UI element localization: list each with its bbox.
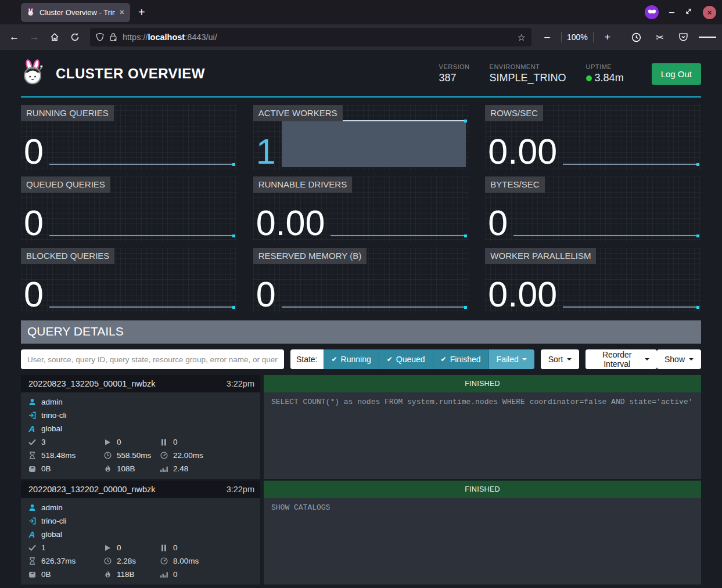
browser-tab[interactable]: Cluster Overview - Trino ×: [21, 3, 130, 22]
history-clock-icon[interactable]: [628, 28, 645, 46]
metric-blocked-queries: 0 BLOCKED QUERIES: [21, 248, 237, 313]
url-host: localhost: [148, 33, 185, 42]
check-icon: ✔: [387, 355, 393, 363]
home-icon[interactable]: [46, 28, 63, 46]
private-browsing-icon: [645, 5, 659, 19]
close-window-button[interactable]: ×: [703, 6, 716, 19]
metric-label: ACTIVE WORKERS: [253, 105, 343, 121]
metric-label: RUNNABLE DRIVERS: [253, 176, 353, 193]
pocket-icon[interactable]: [675, 28, 692, 46]
url-text[interactable]: https://localhost:8443/ui/: [123, 33, 217, 42]
state-filter-finished[interactable]: ✔Finished: [433, 349, 488, 369]
menu-hamburger-icon[interactable]: [699, 28, 716, 46]
query-row: 20220823_132202_00000_nwbzk 3:22pm FINIS…: [21, 481, 701, 585]
minimize-button[interactable]: –: [669, 7, 674, 17]
screenshot-scissors-icon[interactable]: ✂: [651, 28, 668, 46]
check-icon: ✔: [441, 355, 447, 363]
parallelism: 0: [173, 570, 178, 579]
metric-value: 0: [488, 207, 513, 239]
page-title: CLUSTER OVERVIEW: [56, 66, 205, 82]
environment-label: ENVIRONMENT: [490, 63, 566, 70]
caret-down-icon: [522, 358, 527, 360]
query-user: admin: [41, 503, 63, 512]
metric-runnable-drivers: 0.00 RUNNABLE DRIVERS: [253, 176, 469, 241]
restore-button[interactable]: [685, 7, 692, 17]
new-tab-button[interactable]: +: [138, 6, 145, 19]
metric-value: 0.00: [488, 135, 563, 168]
wall-time-hourglass-icon: [28, 557, 36, 565]
metric-label: QUEUED QUERIES: [21, 176, 110, 193]
shield-icon[interactable]: [96, 33, 104, 42]
current-memory: 0B: [41, 464, 51, 473]
query-row: 20220823_132205_00001_nwbzk 3:22pm FINIS…: [21, 375, 701, 479]
query-time: 3:22pm: [227, 379, 254, 388]
query-resource-group: global: [41, 424, 62, 433]
state-button-label: Running: [341, 355, 371, 364]
splits-queued-icon: [160, 439, 168, 446]
version-value: 387: [439, 72, 470, 84]
metric-bytes-sec: 0 BYTES/SEC: [485, 176, 701, 241]
forward-icon[interactable]: →: [26, 28, 43, 46]
reorder-interval-dropdown[interactable]: Reorder Interval: [585, 349, 657, 369]
query-time: 3:22pm: [227, 485, 254, 494]
metric-label: RUNNING QUERIES: [21, 105, 114, 121]
query-header: 20220823_132205_00001_nwbzk 3:22pm: [21, 375, 260, 392]
query-id-link[interactable]: 20220823_132202_00000_nwbzk: [28, 485, 156, 494]
resource-group-icon: A: [28, 424, 36, 434]
query-source: trino-cli: [41, 517, 67, 525]
uptime-label: UPTIME: [586, 63, 624, 70]
reload-icon[interactable]: [66, 28, 83, 46]
lock-warning-icon[interactable]: [109, 33, 117, 42]
state-filter-label: State:: [290, 349, 324, 369]
show-dropdown[interactable]: Show: [657, 349, 701, 369]
wall-time: 518.48ms: [41, 451, 76, 460]
zoom-level[interactable]: 100%: [567, 33, 588, 42]
user-icon: [28, 504, 36, 511]
cpu-gauge-icon: [160, 557, 168, 565]
query-search-input[interactable]: [21, 349, 284, 369]
environment-value: SIMPLE_TRINO: [490, 72, 566, 84]
metric-label: ROWS/SEC: [485, 105, 543, 121]
query-status-badge: FINISHED: [264, 375, 701, 392]
logout-button[interactable]: Log Out: [652, 63, 701, 85]
wall-time: 626.37ms: [41, 557, 76, 565]
reorder-label: Reorder Interval: [593, 350, 641, 369]
browser-toolbar: ← → https://localhost:8443/ui/ ☆ – 100% …: [0, 24, 722, 50]
zoom-out-icon[interactable]: –: [538, 28, 556, 46]
url-path: :8443/ui/: [185, 33, 217, 42]
cumulative-memory-flame-icon: [103, 465, 112, 472]
state-filter-queued[interactable]: ✔Queued: [379, 349, 433, 369]
query-status-badge: FINISHED: [264, 481, 701, 498]
parallelism: 2.48: [173, 464, 188, 473]
query-text: SHOW CATALOGS: [264, 498, 701, 585]
cpu-time: 8.00ms: [173, 557, 199, 565]
metric-rows-sec: 0.00 ROWS/SEC: [485, 105, 701, 170]
metric-running-queries: 0 RUNNING QUERIES: [21, 105, 237, 170]
sparkline: [49, 194, 235, 239]
sort-dropdown[interactable]: Sort: [541, 349, 580, 369]
cumulative-memory: 108B: [117, 464, 135, 473]
state-filter-running[interactable]: ✔Running: [324, 349, 379, 369]
metrics-grid: 0 RUNNING QUERIES 1 ACTIVE WORKERS 0.00 …: [21, 105, 701, 313]
metric-label: BLOCKED QUERIES: [21, 248, 114, 264]
bookmark-star-icon[interactable]: ☆: [518, 32, 526, 43]
current-memory: 0B: [41, 570, 51, 579]
query-id-link[interactable]: 20220823_132205_00001_nwbzk: [28, 379, 156, 388]
state-filter-failed-dropdown[interactable]: Failed: [488, 349, 534, 369]
back-icon[interactable]: ←: [6, 28, 23, 46]
tab-close-icon[interactable]: ×: [120, 8, 124, 17]
sparkline: [49, 122, 235, 168]
uptime-value: 3.84m: [595, 72, 624, 84]
url-bar[interactable]: https://localhost:8443/ui/ ☆: [90, 28, 531, 46]
query-header: 20220823_132202_00000_nwbzk 3:22pm: [21, 481, 260, 498]
metric-label: WORKER PARALLELISM: [485, 248, 596, 264]
elapsed-clock-icon: [103, 452, 112, 459]
query-stats-panel: admin trino-cli Aglobal 1 0 0 626.37ms 2…: [21, 498, 260, 585]
splits-completed: 3: [41, 438, 46, 446]
elapsed-time: 558.50ms: [117, 451, 151, 460]
metric-value: 0: [24, 207, 49, 239]
check-icon: ✔: [332, 355, 337, 363]
splits-completed-icon: [28, 544, 36, 551]
caret-down-icon: [567, 358, 572, 360]
zoom-in-icon[interactable]: +: [599, 28, 616, 46]
